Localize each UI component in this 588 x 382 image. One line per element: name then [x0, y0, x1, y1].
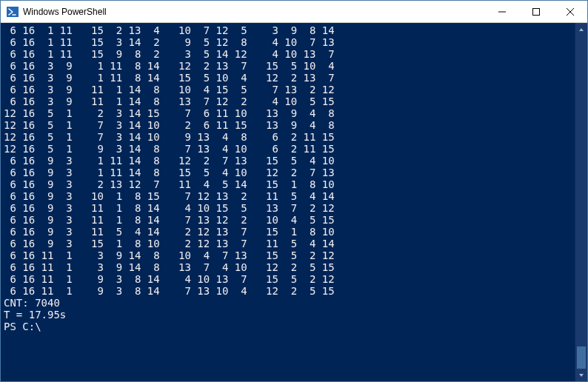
- console-output[interactable]: 6 16 1 11 15 2 13 4 10 7 12 5 3 9 8 14 6…: [1, 23, 575, 381]
- console-line: 6 16 9 3 11 1 8 14 4 10 15 5 13 7 2 12: [4, 202, 575, 214]
- svg-rect-4: [533, 8, 540, 15]
- console-line: 6 16 9 3 11 5 4 14 2 12 13 7 15 1 8 10: [4, 226, 575, 238]
- console-line: 6 16 11 1 9 3 8 14 4 10 13 7 15 5 2 12: [4, 273, 575, 285]
- console-line: 6 16 1 11 15 2 13 4 10 7 12 5 3 9 8 14: [4, 24, 575, 36]
- console-line: 6 16 9 3 15 1 8 10 2 12 13 7 11 5 4 14: [4, 238, 575, 249]
- powershell-icon: [7, 6, 19, 18]
- console-line: 6 16 3 9 1 11 8 14 12 2 13 7 15 5 10 4: [4, 60, 575, 72]
- minimize-button[interactable]: [485, 1, 519, 23]
- console-line: CNT: 7040: [4, 297, 575, 309]
- console-line: 12 16 5 1 9 3 14 8 7 13 4 10 6 2 11 15: [4, 143, 575, 155]
- console-line: 6 16 11 1 9 3 8 14 7 13 10 4 12 2 5 15: [4, 285, 575, 297]
- console-line: 6 16 11 1 3 9 14 8 13 7 4 10 12 2 5 15: [4, 261, 575, 273]
- console-line: 6 16 3 9 1 11 8 14 15 5 10 4 12 2 13 7: [4, 72, 575, 84]
- console-line: T = 17.95s: [4, 309, 575, 321]
- console-line: PS C:\: [4, 321, 575, 332]
- console-line: 6 16 3 9 11 1 14 8 13 7 12 2 4 10 5 15: [4, 96, 575, 107]
- console-line: 6 16 1 11 15 9 8 2 3 5 14 12 4 10 13 7: [4, 48, 575, 60]
- close-button[interactable]: [553, 1, 587, 23]
- console-line: 12 16 5 1 7 3 14 10 2 6 11 15 13 9 4 8: [4, 119, 575, 131]
- console-line: 6 16 9 3 2 13 12 7 11 4 5 14 15 1 8 10: [4, 178, 575, 190]
- console-line: 12 16 5 1 7 3 14 10 9 13 4 8 6 2 11 15: [4, 131, 575, 143]
- console-line: 6 16 3 9 11 1 14 8 10 4 15 5 7 13 2 12: [4, 84, 575, 96]
- titlebar[interactable]: Windows PowerShell: [1, 1, 587, 23]
- client-area: 6 16 1 11 15 2 13 4 10 7 12 5 3 9 8 14 6…: [1, 23, 587, 381]
- maximize-button[interactable]: [519, 1, 553, 23]
- scroll-down-arrow[interactable]: [575, 369, 587, 381]
- app-window: Windows PowerShell 6 16 1 11 15 2 13 4 1…: [0, 0, 588, 382]
- vertical-scrollbar[interactable]: [575, 23, 587, 381]
- scroll-up-arrow[interactable]: [575, 23, 587, 36]
- console-line: 6 16 9 3 10 1 8 15 7 12 13 2 11 5 4 14: [4, 190, 575, 202]
- window-title: Windows PowerShell: [23, 7, 107, 17]
- console-line: 6 16 1 11 15 3 14 2 9 5 12 8 4 10 7 13: [4, 36, 575, 48]
- console-line: 12 16 5 1 2 3 14 15 7 6 11 10 13 9 4 8: [4, 107, 575, 119]
- console-line: 6 16 9 3 1 11 14 8 12 2 7 13 15 5 4 10: [4, 155, 575, 167]
- console-line: 6 16 9 3 1 11 14 8 15 5 4 10 12 2 7 13: [4, 167, 575, 178]
- console-line: 6 16 9 3 11 1 8 14 7 13 12 2 10 4 5 15: [4, 214, 575, 226]
- console-line: 6 16 11 1 3 9 14 8 10 4 7 13 15 5 2 12: [4, 249, 575, 261]
- scroll-thumb[interactable]: [577, 346, 586, 369]
